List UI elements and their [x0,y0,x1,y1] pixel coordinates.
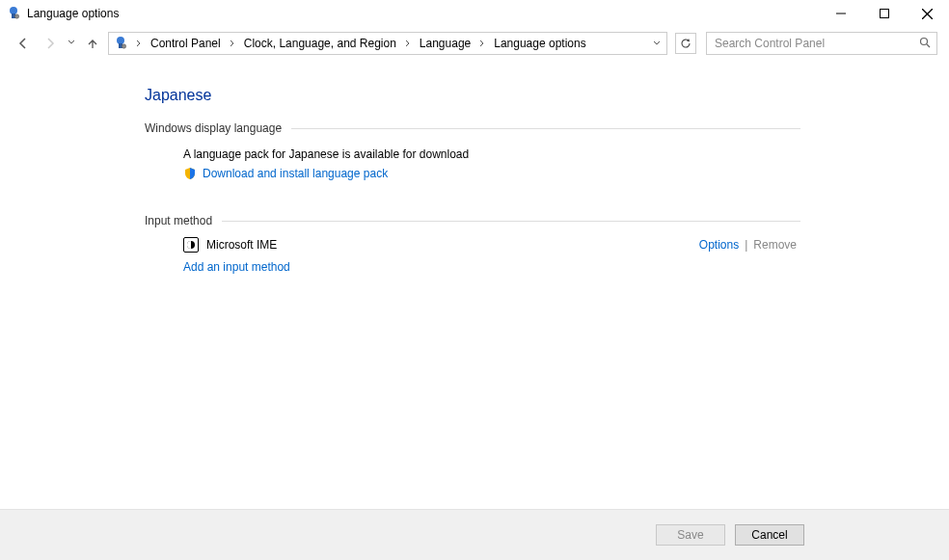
forward-button[interactable] [39,32,62,55]
minimize-button[interactable] [819,0,862,27]
up-button[interactable] [81,32,104,55]
chevron-right-icon[interactable] [226,39,239,49]
search-input[interactable] [713,36,919,51]
svg-point-9 [122,44,125,48]
refresh-button[interactable] [675,33,696,54]
ime-remove-link: Remove [753,238,797,252]
breadcrumb-dropdown[interactable] [653,37,661,50]
cancel-button[interactable]: Cancel [735,524,804,546]
breadcrumb-item-3[interactable]: Language options [491,35,588,52]
input-method-section-header: Input method [145,214,800,227]
titlebar: Language options [0,0,949,27]
svg-point-7 [117,37,124,44]
search-box[interactable] [706,32,937,55]
back-button[interactable] [12,32,35,55]
breadcrumb-root-icon [113,36,128,51]
window-controls [819,0,949,27]
footer: Save Cancel [0,509,949,560]
chevron-right-icon[interactable] [132,39,146,49]
ime-row: Microsoft IME Options | Remove [145,237,800,253]
breadcrumb-bar[interactable]: Control Panel Clock, Language, and Regio… [108,32,667,55]
search-icon [919,37,931,51]
close-button[interactable] [906,0,949,27]
window-title: Language options [27,7,819,20]
download-language-pack-link[interactable]: Download and install language pack [203,167,388,180]
display-language-label: Windows display language [145,121,291,135]
chevron-right-icon[interactable] [475,39,489,49]
ime-options-link[interactable]: Options [699,238,739,252]
chevron-right-icon[interactable] [401,39,415,49]
language-heading: Japanese [145,87,800,104]
svg-point-2 [14,14,18,18]
shield-icon [183,167,197,180]
save-button[interactable]: Save [656,524,725,546]
control-panel-icon [6,6,21,21]
svg-rect-4 [880,10,888,18]
breadcrumb-item-1[interactable]: Clock, Language, and Region [241,35,399,52]
separator: | [745,238,747,252]
pack-available-text: A language pack for Japanese is availabl… [183,145,800,164]
navigation-row: Control Panel Clock, Language, and Regio… [0,27,949,60]
breadcrumb-item-2[interactable]: Language [417,35,474,52]
input-method-label: Input method [145,214,222,227]
breadcrumb-item-0[interactable]: Control Panel [148,35,224,52]
ime-icon [183,237,199,253]
divider [291,128,800,129]
svg-line-11 [927,44,930,47]
divider [222,221,800,222]
content-area: Japanese Windows display language A lang… [0,60,949,509]
svg-point-10 [921,38,928,44]
add-input-method-link[interactable]: Add an input method [183,260,290,274]
svg-point-0 [10,7,17,14]
ime-name: Microsoft IME [206,238,699,252]
display-language-section-header: Windows display language [145,121,800,135]
maximize-button[interactable] [862,0,906,27]
history-dropdown[interactable] [66,39,77,48]
